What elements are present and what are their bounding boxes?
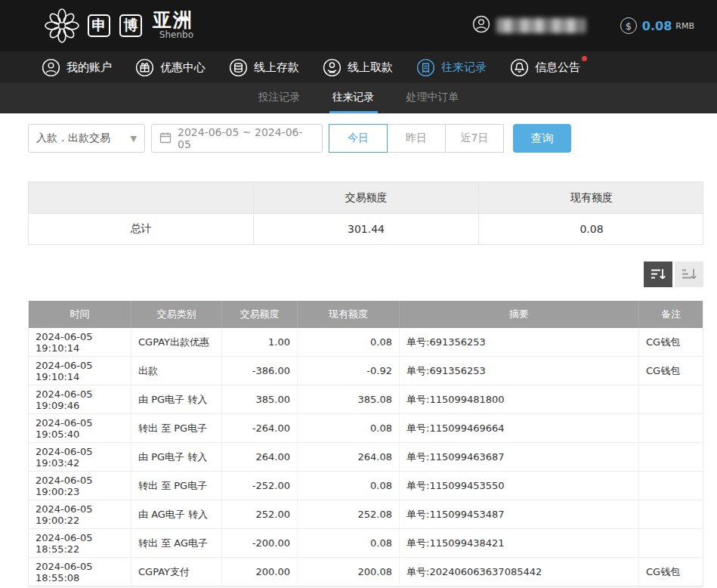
header-type: 交易类别: [131, 301, 222, 328]
select-value: 入款．出款交易: [36, 132, 110, 145]
summary-total-label: 总计: [29, 213, 254, 244]
table-row: 2024-06-05 19:03:42 由 PG电子 转入 264.00 264…: [29, 443, 703, 472]
logo-subtitle: Shenbo: [159, 29, 193, 40]
cell-summary: 单号:115099453550: [400, 472, 639, 500]
logo-char-bo: 博: [119, 14, 142, 37]
cell-time: 2024-06-05 19:03:42: [29, 443, 131, 471]
nav-item-withdraw[interactable]: 线上取款: [323, 58, 393, 77]
cell-remark: [639, 500, 703, 528]
cell-amount: 385.00: [222, 385, 298, 413]
username-blurred: [496, 18, 586, 33]
cell-time: 2024-06-05 18:55:08: [29, 558, 131, 586]
account-icon: [42, 58, 60, 77]
cell-remark: [639, 529, 703, 557]
nav-item-records[interactable]: 往来记录: [416, 58, 487, 77]
cell-balance: 0.08: [298, 472, 400, 500]
cell-type: 转出 至 PG电子: [131, 472, 222, 500]
user-icon: [472, 15, 490, 36]
records-icon: [416, 58, 435, 77]
nav-label: 线上取款: [348, 60, 393, 75]
cell-amount: 252.00: [222, 500, 298, 528]
cell-amount: -386.00: [222, 357, 298, 385]
quick-date-group: 今日 昨日 近7日: [329, 124, 504, 153]
table-row: 2024-06-05 19:10:14 出款 -386.00 -0.92 单号:…: [29, 357, 703, 385]
nav-item-promotions[interactable]: 优惠中心: [135, 58, 206, 77]
tab-processing-orders[interactable]: 处理中订单: [403, 83, 462, 113]
cell-type: 由 PG电子 转入: [131, 443, 222, 471]
transactions-table: 时间 交易类别 交易额度 现有额度 摘要 备注 2024-06-05 19:10…: [28, 301, 703, 587]
cell-amount: 200.00: [222, 558, 298, 586]
header-balance: 现有额度: [298, 301, 400, 328]
cell-time: 2024-06-05 19:05:40: [29, 414, 131, 442]
cell-balance: -0.92: [298, 357, 400, 385]
cell-time: 2024-06-05 19:09:46: [29, 385, 131, 413]
sort-ascending-icon: [681, 268, 697, 281]
cell-remark: [639, 443, 703, 471]
cell-summary: 单号:115099438421: [400, 529, 639, 557]
cell-balance: 264.08: [298, 443, 400, 471]
summary-transaction-total: 301.44: [254, 213, 479, 244]
summary-table: 交易额度 现有额度 总计 301.44 0.08: [28, 181, 703, 245]
cell-remark: CG钱包: [639, 328, 703, 356]
cell-summary: 单号:691356253: [400, 328, 639, 356]
summary-header-row: 交易额度 现有额度: [29, 182, 703, 213]
nav-item-deposit[interactable]: 线上存款: [229, 58, 299, 77]
cell-time: 2024-06-05 19:10:14: [29, 328, 131, 356]
filter-bar: 入款．出款交易 ▼ 2024-06-05 ~ 2024-06-05 今日 昨日 …: [28, 124, 717, 153]
cell-summary: 单号:202406063637085442: [400, 558, 639, 586]
cell-remark: [639, 414, 703, 442]
date-range-picker[interactable]: 2024-06-05 ~ 2024-06-05: [151, 124, 323, 153]
coins-icon: [229, 58, 248, 77]
cell-balance: 200.08: [298, 558, 400, 586]
cell-summary: 单号:115099481800: [400, 385, 639, 413]
cell-balance: 0.08: [298, 529, 400, 557]
quick-btn-yesterday[interactable]: 昨日: [387, 124, 446, 153]
cell-time: 2024-06-05 19:00:23: [29, 472, 131, 500]
cell-type: CGPAY出款优惠: [131, 328, 222, 356]
logo-char-shen: 申: [88, 14, 110, 37]
sort-controls: [28, 262, 703, 287]
search-button[interactable]: 查询: [513, 124, 571, 153]
nav-item-my-account[interactable]: 我的账户: [42, 58, 112, 77]
cell-remark: CG钱包: [639, 357, 703, 385]
sort-ascending-button[interactable]: [675, 262, 703, 287]
logo-region: 亚洲: [153, 11, 193, 29]
user-account-chip[interactable]: [472, 15, 586, 36]
tab-betting-records[interactable]: 投注记录: [255, 83, 304, 113]
sort-descending-button[interactable]: [644, 262, 672, 287]
summary-header-balance: 现有额度: [479, 182, 704, 213]
header-remark: 备注: [639, 301, 703, 328]
cell-type: 出款: [131, 357, 222, 385]
summary-total-row: 总计 301.44 0.08: [29, 213, 703, 244]
top-right-area: $ 0.08 RMB: [472, 15, 694, 36]
table-row: 2024-06-05 19:00:22 由 AG电子 转入 252.00 252…: [29, 500, 703, 529]
cell-time: 2024-06-05 19:00:22: [29, 500, 131, 528]
cell-amount: 1.00: [222, 328, 298, 356]
sort-descending-icon: [651, 268, 666, 281]
quick-btn-last7days[interactable]: 近7日: [445, 124, 504, 153]
notification-dot: [582, 56, 587, 61]
cell-summary: 单号:115099453487: [400, 500, 639, 528]
cell-balance: 0.08: [298, 414, 400, 442]
quick-btn-today[interactable]: 今日: [329, 124, 388, 153]
cell-type: 转出 至 PG电子: [131, 414, 222, 442]
table-row: 2024-06-05 18:55:08 CGPAY支付 200.00 200.0…: [29, 558, 703, 586]
brand-logo[interactable]: 申 博 亚洲 Shenbo: [44, 8, 193, 44]
transaction-type-select[interactable]: 入款．出款交易 ▼: [28, 124, 145, 153]
tab-transaction-records[interactable]: 往来记录: [329, 83, 378, 113]
cell-balance: 252.08: [298, 500, 400, 528]
nav-label: 线上存款: [254, 60, 299, 75]
chevron-down-icon: ▼: [131, 134, 137, 144]
balance-amount: 0.08: [642, 19, 672, 33]
table-row: 2024-06-05 19:10:14 CGPAY出款优惠 1.00 0.08 …: [29, 328, 703, 357]
dollar-icon: $: [620, 17, 637, 34]
cell-summary: 单号:691356253: [400, 357, 639, 385]
table-row: 2024-06-05 18:55:22 转出 至 AG电子 -200.00 0.…: [29, 529, 703, 558]
cell-balance: 0.08: [298, 328, 400, 356]
cell-amount: -264.00: [222, 414, 298, 442]
nav-item-announcements[interactable]: 信息公告: [510, 58, 580, 77]
cell-type: 转出 至 AG电子: [131, 529, 222, 557]
cell-remark: [639, 472, 703, 500]
balance-display[interactable]: $ 0.08 RMB: [620, 17, 694, 34]
cell-remark: CG钱包: [639, 558, 703, 586]
